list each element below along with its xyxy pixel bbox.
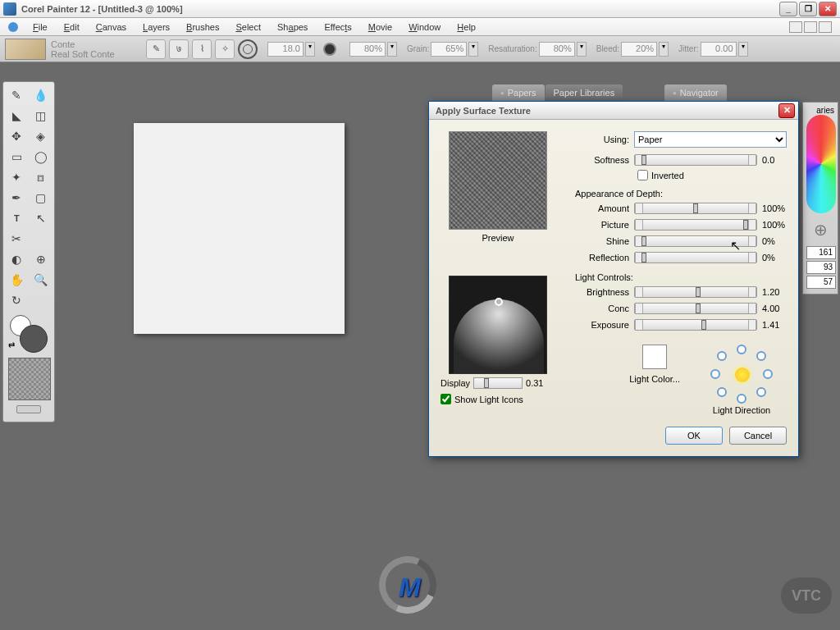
transform-tool[interactable]: ◈ bbox=[30, 126, 53, 146]
dab-shape-icon[interactable] bbox=[238, 39, 258, 59]
scissors-tool[interactable]: ✂ bbox=[5, 229, 29, 249]
reflection-label: Reflection bbox=[572, 253, 634, 262]
amount-slider[interactable] bbox=[634, 203, 757, 214]
softness-slider[interactable] bbox=[634, 154, 757, 166]
primary-color[interactable] bbox=[20, 325, 48, 353]
menu-window[interactable]: Window bbox=[402, 21, 447, 34]
rotate-tool[interactable]: ↻ bbox=[5, 290, 29, 310]
menu-movie[interactable]: Movie bbox=[362, 21, 399, 34]
mdi-restore-button[interactable] bbox=[804, 21, 817, 33]
mdi-minimize-button[interactable] bbox=[789, 21, 802, 33]
conc-slider[interactable] bbox=[634, 303, 757, 314]
bleed-field[interactable]: 20% bbox=[621, 42, 657, 57]
hand-tool[interactable]: ✋ bbox=[5, 270, 29, 290]
dab-icon-4[interactable]: ✧ bbox=[215, 39, 235, 59]
bucket-tool[interactable]: ◣ bbox=[5, 106, 29, 126]
cancel-button[interactable]: Cancel bbox=[729, 427, 787, 445]
inverted-checkbox[interactable] bbox=[637, 170, 648, 180]
paper-swatch[interactable] bbox=[8, 358, 51, 400]
blank-tool-1[interactable] bbox=[30, 229, 53, 249]
brush-preview[interactable] bbox=[5, 39, 46, 60]
canvas[interactable] bbox=[134, 123, 345, 334]
light-color-button[interactable] bbox=[642, 345, 667, 369]
opacity-arrow[interactable]: ▾ bbox=[387, 42, 397, 57]
wand-tool[interactable]: ✦ bbox=[5, 167, 29, 187]
brightness-slider[interactable] bbox=[634, 286, 757, 298]
eraser-tool[interactable]: ◫ bbox=[30, 106, 53, 126]
shine-slider[interactable] bbox=[634, 235, 757, 247]
lasso-tool[interactable]: ◯ bbox=[30, 147, 53, 167]
grain-field[interactable]: 65% bbox=[431, 42, 467, 57]
tab-close-icon[interactable]: × bbox=[673, 89, 677, 97]
menu-effects[interactable]: Effects bbox=[317, 21, 358, 34]
jitter-field[interactable]: 0.00 bbox=[701, 42, 737, 57]
menu-help[interactable]: Help bbox=[450, 21, 482, 34]
resat-arrow[interactable]: ▾ bbox=[577, 42, 587, 57]
toolbox-tray[interactable] bbox=[16, 405, 41, 413]
dialog-close-button[interactable]: ✕ bbox=[778, 103, 795, 118]
reflection-slider[interactable] bbox=[634, 252, 757, 263]
light-handle[interactable] bbox=[495, 298, 503, 306]
menu-file[interactable]: File bbox=[26, 21, 54, 34]
menu-canvas[interactable]: Canvas bbox=[89, 21, 133, 34]
num-field-2[interactable]: 93 bbox=[806, 261, 836, 274]
resat-field[interactable]: 80% bbox=[539, 42, 575, 57]
shape-tool[interactable]: ▢ bbox=[30, 188, 53, 208]
side-panel: aries ⊕ 161 93 57 bbox=[802, 102, 838, 294]
size-field[interactable]: 18.0 bbox=[267, 42, 304, 57]
opacity-field[interactable]: 80% bbox=[349, 42, 386, 57]
menu-shapes[interactable]: Shapes bbox=[271, 21, 314, 34]
maximize-button[interactable]: ❐ bbox=[799, 2, 817, 16]
dialog-titlebar[interactable]: Apply Surface Texture ✕ bbox=[429, 102, 798, 120]
pen-tool[interactable]: ✒ bbox=[5, 188, 29, 208]
clone-tool[interactable]: ⊕ bbox=[30, 249, 53, 269]
menu-brushes[interactable]: Brushes bbox=[180, 21, 226, 34]
light-direction-sun-icon[interactable] bbox=[735, 368, 750, 382]
crop-tool[interactable]: ⧈ bbox=[30, 167, 53, 187]
text-tool[interactable]: T bbox=[5, 208, 29, 228]
jitter-arrow[interactable]: ▾ bbox=[738, 42, 748, 57]
num-field-1[interactable]: 161 bbox=[806, 246, 836, 259]
color-wheel[interactable] bbox=[806, 115, 836, 213]
dab-icon-3[interactable]: ⌇ bbox=[192, 39, 212, 59]
pointer-tool[interactable]: ↖ bbox=[30, 208, 53, 228]
dab-icon-2[interactable]: ७ bbox=[169, 39, 189, 59]
move-tool[interactable]: ✥ bbox=[5, 126, 29, 146]
light-sphere-preview[interactable] bbox=[449, 276, 547, 374]
stamp-icon[interactable]: ⊕ bbox=[808, 220, 833, 244]
tab-papers[interactable]: ×Papers bbox=[492, 84, 545, 101]
menu-layers[interactable]: Layers bbox=[136, 21, 176, 34]
menu-select[interactable]: Select bbox=[229, 21, 267, 34]
bleed-arrow[interactable]: ▾ bbox=[659, 42, 669, 57]
ok-button[interactable]: OK bbox=[665, 427, 723, 445]
show-light-icons-checkbox[interactable] bbox=[441, 394, 451, 404]
picture-slider[interactable] bbox=[634, 219, 757, 231]
grain-label: Grain: bbox=[407, 44, 429, 53]
zoom-tool[interactable]: 🔍 bbox=[30, 270, 53, 290]
marquee-tool[interactable]: ▭ bbox=[5, 147, 29, 167]
dropper-tool[interactable]: 💧 bbox=[30, 85, 53, 105]
exposure-slider[interactable] bbox=[634, 319, 757, 331]
size-arrow[interactable]: ▾ bbox=[305, 42, 315, 57]
tab-paper-libraries[interactable]: Paper Libraries bbox=[546, 84, 623, 101]
dodge-tool[interactable]: ◐ bbox=[5, 249, 29, 269]
picture-label: Picture bbox=[572, 220, 634, 230]
color-swatch[interactable]: ⇄ bbox=[8, 313, 49, 354]
display-slider[interactable] bbox=[473, 377, 523, 389]
logo: M bbox=[379, 556, 445, 622]
num-field-3[interactable]: 57 bbox=[806, 276, 836, 289]
tab-close-icon[interactable]: × bbox=[500, 89, 504, 97]
grain-arrow[interactable]: ▾ bbox=[468, 42, 478, 57]
dab-icon-1[interactable]: ✎ bbox=[146, 39, 166, 59]
mdi-close-button[interactable] bbox=[819, 21, 832, 33]
using-select[interactable]: Paper bbox=[634, 131, 787, 148]
brush-tool[interactable]: ✎ bbox=[5, 85, 29, 105]
tab-navigator[interactable]: ×Navigator bbox=[664, 84, 727, 101]
minimize-button[interactable]: _ bbox=[779, 2, 797, 16]
blank-tool-2[interactable] bbox=[30, 290, 53, 310]
close-button[interactable]: ✕ bbox=[819, 2, 837, 16]
menu-edit[interactable]: Edit bbox=[57, 21, 86, 34]
app-menu-icon[interactable] bbox=[8, 22, 18, 32]
light-direction-control[interactable] bbox=[709, 345, 774, 402]
swap-colors-icon[interactable]: ⇄ bbox=[8, 340, 15, 349]
